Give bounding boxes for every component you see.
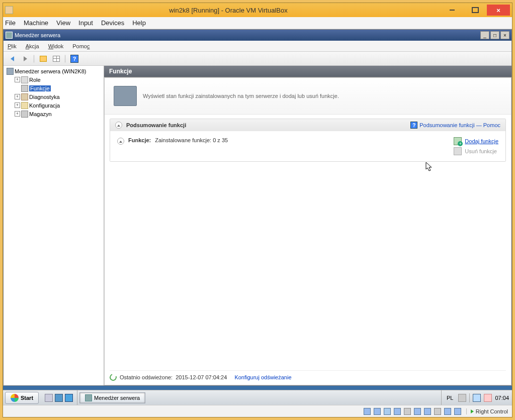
explorer-icon[interactable] <box>55 394 63 402</box>
nav-forward-button[interactable] <box>20 53 31 64</box>
expand-icon[interactable]: + <box>15 102 20 108</box>
features-label: Funkcje: <box>128 137 151 143</box>
language-indicator[interactable]: PL <box>445 395 455 401</box>
sm-minimize-button[interactable]: _ <box>480 31 489 39</box>
tree-item-features[interactable]: + Funkcje <box>6 84 102 92</box>
summary-section: Podsumowanie funkcji ? Podsumowanie funk… <box>110 119 506 162</box>
arrow-left-icon <box>11 56 14 61</box>
tree-root[interactable]: Menedżer serwera (WIN2K8) <box>6 67 102 75</box>
virtualbox-icon <box>5 6 13 14</box>
clock[interactable]: 07:04 <box>495 395 509 401</box>
features-icon <box>21 85 28 92</box>
sm-close-button[interactable]: × <box>500 31 509 39</box>
properties-icon <box>53 56 60 62</box>
refresh-time: 2015-12-07 07:04:24 <box>176 374 227 380</box>
chevron-up-icon[interactable] <box>117 138 124 145</box>
server-manager-icon <box>85 394 92 401</box>
tray-icon[interactable] <box>458 394 466 402</box>
virtualbox-menubar: File Machine View Input Devices Help <box>3 17 512 29</box>
sm-maximize-button[interactable]: □ <box>490 31 499 39</box>
features-count-text: Zainstalowane funkcje: 0 z 35 <box>155 137 228 143</box>
summary-help-link[interactable]: ? Podsumowanie funkcji — Pomoc <box>410 122 500 129</box>
navigation-tree[interactable]: Menedżer serwera (WIN2K8) + Role + Funkc… <box>4 66 104 385</box>
server-manager-menubar: Plik Akcja Widok Pomoc <box>4 41 511 52</box>
vb-mouse-icon[interactable] <box>454 408 461 415</box>
vb-hdd-icon[interactable] <box>364 408 371 415</box>
diagnostics-icon <box>21 93 28 100</box>
show-desktop-icon[interactable] <box>45 394 53 402</box>
toolbar-separator <box>65 55 66 63</box>
tree-item-storage[interactable]: + Magazyn <box>6 110 102 118</box>
tree-item-role[interactable]: + Role <box>6 75 102 84</box>
toolbar-properties-button[interactable] <box>51 53 62 64</box>
chevron-up-icon[interactable] <box>115 122 122 129</box>
sm-menu-action[interactable]: Akcja <box>26 43 39 49</box>
add-icon <box>454 137 462 145</box>
sm-menu-view[interactable]: Widok <box>48 43 64 49</box>
vb-optical-icon[interactable] <box>374 408 381 415</box>
tray-volume-icon[interactable] <box>484 394 492 402</box>
virtualbox-titlebar[interactable]: win2k8 [Running] - Oracle VM VirtualBox … <box>3 3 512 17</box>
configure-refresh-link[interactable]: Konfiguruj odświeżanie <box>234 374 291 380</box>
menu-view[interactable]: View <box>56 19 70 27</box>
content-pane: Wyświetl stan funkcji zainstalowanych na… <box>104 77 511 385</box>
nav-back-button[interactable] <box>7 53 18 64</box>
sm-menu-file[interactable]: Plik <box>8 43 17 49</box>
vb-usb-icon[interactable] <box>404 408 411 415</box>
vb-audio-icon[interactable] <box>384 408 391 415</box>
tray-network-icon[interactable] <box>473 394 481 402</box>
remove-icon <box>454 147 462 155</box>
intro-text: Wyświetl stan funkcji zainstalowanych na… <box>143 93 339 99</box>
remove-features-link: Usuń funkcje <box>454 147 498 155</box>
taskbar-app-server-manager[interactable]: Menedżer serwera <box>79 392 145 403</box>
guest-taskbar[interactable]: Start Menedżer serwera PL 07:04 <box>3 390 512 405</box>
windows-logo-icon <box>11 394 19 402</box>
summary-section-header[interactable]: Podsumowanie funkcji ? Podsumowanie funk… <box>110 119 505 131</box>
menu-devices[interactable]: Devices <box>101 19 124 27</box>
folder-icon <box>40 56 47 62</box>
virtualbox-window: win2k8 [Running] - Oracle VM VirtualBox … <box>3 3 512 417</box>
tree-item-configuration[interactable]: + Konfiguracja <box>6 101 102 110</box>
help-icon: ? <box>410 122 417 129</box>
add-features-link[interactable]: Dodaj funkcje <box>454 137 498 145</box>
toolbar-up-button[interactable] <box>38 53 49 64</box>
content-area: Funkcje Wyświetl stan funkcji zainstalow… <box>104 66 511 385</box>
features-count-row: Funkcje: Zainstalowane funkcje: 0 z 35 <box>117 137 228 155</box>
vb-display-icon[interactable] <box>424 408 431 415</box>
vb-cpu-icon[interactable] <box>444 408 451 415</box>
menu-input[interactable]: Input <box>78 19 93 27</box>
expand-icon[interactable]: + <box>15 77 20 82</box>
sm-menu-help[interactable]: Pomoc <box>72 43 90 49</box>
server-manager-titlebar[interactable]: Menedżer serwera _ □ × <box>4 30 511 41</box>
maximize-button[interactable] <box>464 5 487 16</box>
vb-shared-folder-icon[interactable] <box>414 408 421 415</box>
tree-item-diagnostics[interactable]: + Diagnostyka <box>6 92 102 101</box>
configuration-icon <box>21 102 28 109</box>
start-button[interactable]: Start <box>5 392 39 404</box>
ie-icon[interactable] <box>65 394 73 402</box>
content-header: Funkcje <box>104 66 511 77</box>
intro-banner: Wyświetl stan funkcji zainstalowanych na… <box>105 78 511 115</box>
server-manager-toolbar: ? <box>4 52 511 66</box>
arrow-right-icon <box>24 56 27 61</box>
role-icon <box>21 76 28 83</box>
menu-machine[interactable]: Machine <box>24 19 48 27</box>
host-key-indicator[interactable]: Right Control <box>466 408 508 414</box>
actions-column: Dodaj funkcje Usuń funkcje <box>454 137 498 155</box>
storage-icon <box>21 111 28 118</box>
expand-icon[interactable]: + <box>15 94 20 99</box>
refresh-prefix: Ostatnio odświeżone: <box>120 374 173 380</box>
summary-section-body: Funkcje: Zainstalowane funkcje: 0 z 35 D… <box>110 131 505 161</box>
toolbar-help-button[interactable]: ? <box>69 53 80 64</box>
expand-icon[interactable]: + <box>15 111 20 117</box>
vb-recording-icon[interactable] <box>434 408 441 415</box>
refresh-icon <box>109 373 118 382</box>
close-button[interactable]: × <box>487 5 510 16</box>
vb-network-icon[interactable] <box>394 408 401 415</box>
minimize-button[interactable] <box>441 5 464 16</box>
menu-file[interactable]: File <box>5 19 16 27</box>
server-manager-icon <box>6 32 13 39</box>
server-manager-window: Menedżer serwera _ □ × Plik Akcja Widok … <box>3 29 512 386</box>
server-icon <box>7 68 14 75</box>
menu-help[interactable]: Help <box>132 19 146 27</box>
